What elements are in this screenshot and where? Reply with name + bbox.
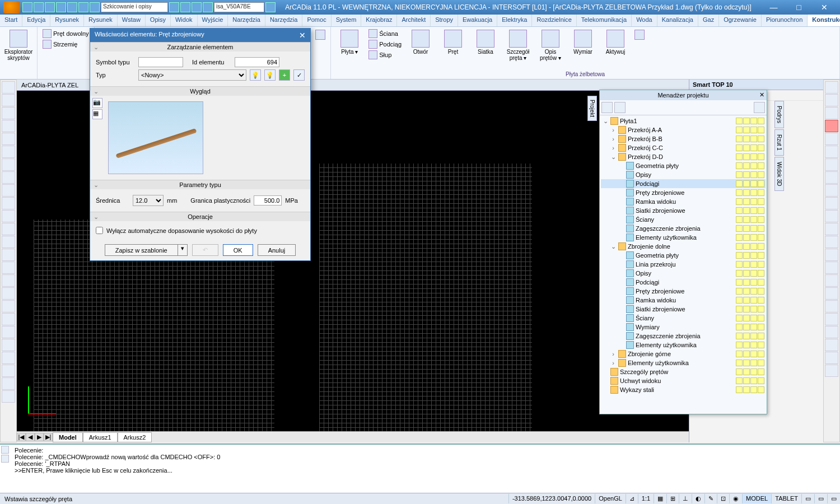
tool-icon[interactable] bbox=[2, 365, 15, 377]
rebar-desc-button[interactable]: Opis prętów ▾ bbox=[535, 29, 566, 62]
check-icon[interactable] bbox=[758, 386, 764, 393]
vis-icon[interactable] bbox=[736, 243, 743, 250]
ribbon-tab[interactable]: Woda bbox=[632, 15, 657, 26]
tool-icon[interactable] bbox=[2, 120, 15, 132]
rebar-detail-button[interactable]: Szczegół pręta ▾ bbox=[503, 29, 533, 62]
print-icon[interactable] bbox=[750, 386, 757, 393]
ok-button[interactable]: OK bbox=[223, 244, 253, 256]
tool-icon[interactable] bbox=[825, 326, 838, 338]
print-icon[interactable] bbox=[750, 180, 757, 187]
tool-icon[interactable] bbox=[2, 223, 15, 235]
tree-row[interactable]: Ściany bbox=[601, 314, 766, 323]
status-renderer[interactable]: OpenGL bbox=[595, 494, 626, 503]
check-icon[interactable] bbox=[758, 279, 764, 286]
print-icon[interactable] bbox=[750, 136, 757, 142]
dimension2-button[interactable]: Wymiar bbox=[568, 29, 598, 56]
lock-icon[interactable] bbox=[743, 207, 750, 214]
tool-icon[interactable] bbox=[825, 184, 838, 197]
qat-btn[interactable] bbox=[78, 2, 88, 12]
vis-icon[interactable] bbox=[736, 216, 743, 223]
ribbon-tab[interactable]: Pomoc bbox=[302, 15, 331, 26]
qat-combo-layer[interactable]: isa_V50A7BE bbox=[214, 2, 264, 12]
type-opt-icon[interactable]: 💡 bbox=[250, 69, 261, 81]
expand-icon[interactable]: › bbox=[610, 127, 617, 133]
vis-icon[interactable] bbox=[736, 234, 743, 241]
tool-icon[interactable] bbox=[2, 390, 15, 403]
tool-icon[interactable] bbox=[2, 300, 15, 312]
check-icon[interactable] bbox=[758, 144, 764, 151]
print-icon[interactable] bbox=[750, 315, 757, 321]
expand-icon[interactable]: › bbox=[610, 136, 617, 142]
vis-icon[interactable] bbox=[736, 136, 743, 142]
tree-row[interactable]: ⌄Płyta1 bbox=[601, 116, 766, 125]
vis-icon[interactable] bbox=[736, 252, 743, 259]
tree-row[interactable]: ⌄Przekrój D-D bbox=[601, 152, 766, 161]
check-icon[interactable] bbox=[758, 180, 764, 187]
side-tab[interactable]: Podrys bbox=[774, 101, 784, 128]
tree-row[interactable]: ›Przekrój C-C bbox=[601, 143, 766, 152]
lock-icon[interactable] bbox=[743, 270, 750, 277]
sheet-nav-prev[interactable]: ◀ bbox=[26, 433, 35, 441]
tool-icon[interactable] bbox=[2, 94, 15, 106]
qat-btn[interactable] bbox=[203, 2, 213, 12]
print-icon[interactable] bbox=[750, 189, 757, 196]
print-icon[interactable] bbox=[750, 342, 757, 348]
tool-icon[interactable] bbox=[2, 146, 15, 158]
check-icon[interactable] bbox=[758, 207, 764, 214]
tool-icon[interactable] bbox=[2, 249, 15, 261]
lock-icon[interactable] bbox=[743, 333, 750, 339]
check-icon[interactable] bbox=[758, 127, 764, 133]
tree-row[interactable]: ›Elementy użytkownika bbox=[601, 358, 766, 367]
status-icon[interactable]: ▦ bbox=[654, 494, 666, 503]
pm-tool-icon[interactable] bbox=[614, 102, 626, 113]
tool-icon[interactable] bbox=[825, 339, 838, 351]
tool-icon[interactable] bbox=[825, 81, 838, 94]
tool-icon[interactable] bbox=[2, 339, 15, 351]
ribbon-tab[interactable]: Ogrzewanie bbox=[719, 15, 762, 26]
check-icon[interactable] bbox=[758, 261, 764, 268]
check-icon[interactable] bbox=[758, 243, 764, 250]
vis-icon[interactable] bbox=[736, 351, 743, 357]
tool-icon[interactable] bbox=[2, 158, 15, 171]
print-icon[interactable] bbox=[750, 261, 757, 268]
tool-icon[interactable] bbox=[825, 107, 838, 119]
vis-icon[interactable] bbox=[736, 342, 743, 348]
check-icon[interactable] bbox=[758, 324, 764, 330]
ribbon-tab[interactable]: Stropy bbox=[431, 15, 458, 26]
tool-icon[interactable] bbox=[825, 274, 838, 287]
tool-icon[interactable] bbox=[2, 107, 15, 119]
print-icon[interactable] bbox=[750, 171, 757, 178]
expand-icon[interactable]: ⌄ bbox=[610, 153, 617, 161]
print-icon[interactable] bbox=[750, 368, 757, 375]
status-icon[interactable]: ▭ bbox=[814, 494, 827, 503]
vis-icon[interactable] bbox=[736, 144, 743, 151]
tool-icon[interactable] bbox=[825, 171, 838, 184]
check-icon[interactable] bbox=[758, 368, 764, 375]
chevron-down-icon[interactable]: ⌄ bbox=[94, 88, 99, 95]
tool-icon[interactable] bbox=[2, 81, 15, 94]
tool-icon[interactable] bbox=[825, 158, 838, 171]
status-toggle-model[interactable]: MODEL bbox=[742, 494, 771, 503]
vis-icon[interactable] bbox=[736, 368, 743, 375]
ribbon-tab[interactable]: Piorunochron bbox=[762, 15, 808, 26]
status-icon[interactable]: ◐ bbox=[692, 494, 704, 503]
maximize-button[interactable]: □ bbox=[786, 0, 811, 15]
status-icon[interactable]: ▭ bbox=[827, 494, 840, 503]
status-scale[interactable]: 1:1 bbox=[638, 494, 654, 503]
lock-icon[interactable] bbox=[743, 297, 750, 304]
print-icon[interactable] bbox=[750, 252, 757, 259]
check-icon[interactable] bbox=[758, 162, 764, 169]
print-icon[interactable] bbox=[750, 162, 757, 169]
print-icon[interactable] bbox=[750, 360, 757, 366]
lock-icon[interactable] bbox=[743, 261, 750, 268]
vis-icon[interactable] bbox=[736, 377, 743, 384]
tool-icon[interactable] bbox=[2, 210, 15, 222]
auto-fit-checkbox[interactable] bbox=[96, 227, 103, 234]
ribbon-tab[interactable]: Rozdzielnice bbox=[532, 15, 576, 26]
group-launcher[interactable] bbox=[314, 29, 327, 41]
chevron-down-icon[interactable]: ⌄ bbox=[94, 44, 99, 51]
vis-icon[interactable] bbox=[736, 288, 743, 295]
ribbon-tab[interactable]: Ewakuacja bbox=[458, 15, 497, 26]
qat-btn[interactable] bbox=[169, 2, 179, 12]
vis-icon[interactable] bbox=[736, 279, 743, 286]
